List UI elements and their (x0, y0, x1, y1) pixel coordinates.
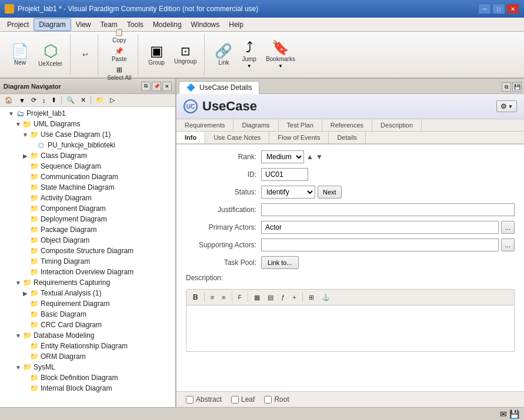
tree-item-pu[interactable]: ⬡ PU_funkcje_biblioteki (0, 140, 175, 150)
tree-item-class[interactable]: ▶ 📁 Class Diagram (0, 150, 175, 161)
panel-filter-clear-button[interactable]: ✕ (78, 95, 88, 105)
tree-item-requirement-diagram[interactable]: 📁 Requirement Diagram (0, 298, 175, 309)
tree-toggle-db[interactable]: ▼ (14, 331, 22, 340)
tree-item-root[interactable]: ▼ 🗂 Projekt_lab1 (0, 108, 175, 119)
tree-toggle-req-cap[interactable]: ▼ (14, 278, 22, 287)
uexceler-button[interactable]: ⬡ UeXceler (34, 35, 66, 74)
id-field[interactable] (261, 168, 308, 181)
tab-requirements[interactable]: Requirements (176, 119, 233, 131)
status-next-button[interactable]: Next (318, 186, 342, 199)
tree-item-textual-analysis[interactable]: ▶ 📁 Textual Analysis (1) (0, 288, 175, 298)
detail-panel-save-button[interactable]: 💾 (512, 82, 522, 92)
tree-item-deployment[interactable]: 📁 Deployment Diagram (0, 214, 175, 224)
tree-toggle-uml[interactable]: ▼ (14, 120, 22, 128)
status-select[interactable]: IdentifyIn ProgressDone (261, 186, 315, 199)
tab-details[interactable]: Details (329, 132, 366, 143)
panel-folder-button[interactable]: 📁 (94, 95, 106, 105)
bookmarks-button[interactable]: 🔖 Bookmarks ▼ (262, 35, 299, 74)
maximize-button[interactable]: □ (492, 4, 505, 14)
tab-use-case-notes[interactable]: Use Case Notes (205, 132, 269, 143)
panel-pin-button[interactable]: 📌 (152, 82, 161, 91)
abstract-checkbox[interactable] (186, 396, 193, 404)
detail-panel-restore-button[interactable]: ⧉ (502, 82, 511, 92)
tree-toggle-usecase[interactable]: ▼ (21, 130, 29, 139)
tree-item-uml-diagrams[interactable]: ▼ 📁 UML Diagrams (0, 119, 175, 129)
tree-item-component[interactable]: 📁 Component Diagram (0, 203, 175, 214)
supporting-actors-browse-button[interactable]: ... (501, 238, 515, 251)
settings-gear-button[interactable]: ⚙ ▼ (496, 100, 517, 112)
align-left-button[interactable]: ≡ (208, 293, 217, 302)
leaf-checkbox-container[interactable]: Leaf (231, 395, 255, 404)
tree-item-basic-diagram[interactable]: 📁 Basic Diagram (0, 309, 175, 320)
minimize-button[interactable]: ─ (478, 4, 491, 14)
primary-actors-field[interactable] (261, 221, 499, 234)
jump-button[interactable]: ⤴ Jump ▼ (238, 35, 260, 74)
bold-button[interactable]: B (190, 292, 201, 303)
description-text-area[interactable] (186, 305, 515, 352)
rank-select[interactable]: LowMediumHigh (261, 150, 304, 163)
tree-item-internal-block[interactable]: 📁 Internal Block Diagram (0, 383, 175, 394)
tree-item-erd[interactable]: 📁 Entity Relationship Diagram (0, 341, 175, 351)
undo-button[interactable]: ↩ (76, 40, 94, 69)
tree-item-composite[interactable]: 📁 Composite Structure Diagram (0, 246, 175, 256)
select-all-button[interactable]: ⊞ Select All (104, 65, 134, 82)
tree-item-sysml[interactable]: ▼ 📁 SysML (0, 362, 175, 372)
primary-actors-browse-button[interactable]: ... (501, 221, 515, 234)
link-button[interactable]: 🔗 Link (211, 35, 236, 74)
ungroup-button[interactable]: ⊡ Ungroup (170, 35, 201, 74)
tree-item-orm[interactable]: 📁 ORM Diagram (0, 351, 175, 362)
panel-home-button[interactable]: 🏠 (2, 95, 15, 105)
tree-view[interactable]: ▼ 🗂 Projekt_lab1 ▼ 📁 UML Diagrams ▼ 📁 Us… (0, 107, 175, 407)
copy-button[interactable]: 📋 Copy (104, 27, 134, 45)
window-controls[interactable]: ─ □ ✕ (478, 4, 519, 14)
panel-close-button[interactable]: ✕ (162, 82, 172, 91)
table-button[interactable]: ▦ (251, 293, 263, 303)
tree-item-sequence[interactable]: 📁 Sequence Diagram (0, 161, 175, 172)
usecase-details-tab[interactable]: 🔷 UseCase Details (179, 81, 259, 94)
panel-restore-button[interactable]: ⧉ (141, 82, 151, 91)
tab-diagrams[interactable]: Diagrams (233, 119, 278, 131)
tab-test-plan[interactable]: Test Plan (279, 119, 322, 131)
tab-flow-of-events[interactable]: Flow of Events (269, 132, 329, 143)
menu-help[interactable]: Help (224, 19, 248, 31)
leaf-checkbox[interactable] (231, 396, 239, 404)
tab-references[interactable]: References (322, 119, 372, 131)
font-button[interactable]: F (235, 293, 245, 302)
panel-filter-button[interactable]: 🔍 (64, 95, 77, 105)
tree-toggle-root[interactable]: ▼ (7, 109, 15, 117)
tree-item-timing[interactable]: 📁 Timing Diagram (0, 256, 175, 267)
rank-down-button[interactable]: ▼ (316, 153, 323, 161)
root-checkbox[interactable] (264, 396, 272, 404)
link-to-button[interactable]: Link to... (261, 256, 299, 269)
menu-modeling[interactable]: Modeling (148, 19, 186, 31)
tree-item-communication[interactable]: 📁 Communication Diagram (0, 172, 175, 182)
tree-toggle-class[interactable]: ▶ (21, 152, 29, 160)
tree-item-block-def[interactable]: 📁 Block Definition Diagram (0, 372, 175, 383)
justification-field[interactable] (261, 203, 515, 216)
grid-button[interactable]: ⊞ (306, 293, 317, 303)
tree-item-crc[interactable]: 📁 CRC Card Diagram (0, 320, 175, 330)
image-button[interactable]: ▤ (265, 293, 276, 303)
panel-up-button[interactable]: ⬆ (49, 95, 59, 105)
root-checkbox-container[interactable]: Root (264, 395, 289, 404)
tree-item-requirements-capturing[interactable]: ▼ 📁 Requirements Capturing (0, 277, 175, 288)
tree-item-object[interactable]: 📁 Object Diagram (0, 235, 175, 246)
formula-button[interactable]: ƒ (278, 293, 288, 302)
tab-description[interactable]: Description (372, 119, 422, 131)
tab-info[interactable]: Info (176, 132, 205, 143)
tree-item-database-modeling[interactable]: ▼ 📁 Database Modeling (0, 330, 175, 341)
menu-view[interactable]: View (71, 19, 96, 31)
panel-refresh-button[interactable]: ⟳ (29, 95, 39, 105)
panel-menu-button[interactable]: ▼ (16, 96, 28, 105)
abstract-checkbox-container[interactable]: Abstract (186, 395, 222, 404)
close-button[interactable]: ✕ (506, 4, 519, 14)
menu-diagram[interactable]: Diagram (34, 18, 71, 31)
panel-expand-button[interactable]: ▷ (108, 95, 117, 105)
menu-windows[interactable]: Windows (186, 19, 225, 31)
tree-item-interaction-overview[interactable]: 📁 Interaction Overview Diagram (0, 267, 175, 277)
menu-project[interactable]: Project (2, 19, 34, 31)
group-button[interactable]: ▣ Group (144, 35, 169, 74)
tree-item-usecase-diagram[interactable]: ▼ 📁 Use Case Diagram (1) (0, 129, 175, 140)
panel-sort-button[interactable]: ↕ (40, 96, 48, 105)
add-button[interactable]: + (289, 293, 299, 302)
